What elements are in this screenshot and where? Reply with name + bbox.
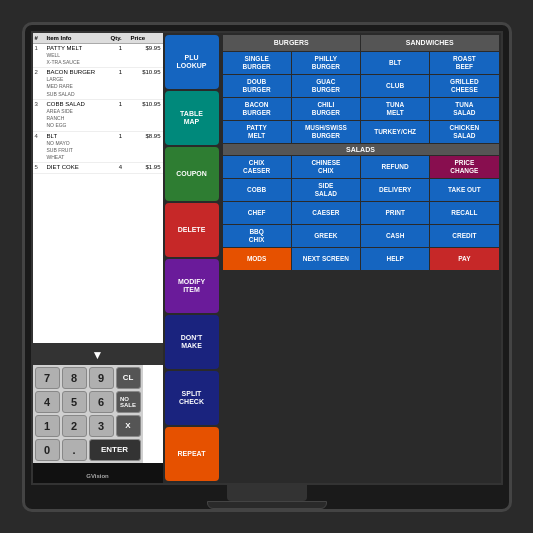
mush-swiss-burger-button[interactable]: MUSH/SWISSBURGER (292, 121, 360, 143)
action-column: PLULOOKUP TABLEMAP COUPON DELETE MODIFYI… (163, 33, 221, 483)
col-num: # (35, 35, 47, 41)
club-button[interactable]: CLUB (361, 75, 429, 97)
pay-button[interactable]: PAY (430, 248, 498, 270)
chicken-salad-button[interactable]: CHICKENSALAD (430, 121, 498, 143)
recall-button[interactable]: RECALL (430, 202, 498, 224)
roast-beef-button[interactable]: ROASTBEEF (430, 52, 498, 74)
order-header: # Item Info Qty. Price (33, 33, 163, 44)
num-6-button[interactable]: 6 (89, 391, 114, 413)
monitor-stand (227, 485, 307, 501)
screen: # Item Info Qty. Price 1 PATTY MELTWELLX… (31, 31, 503, 485)
num-4-button[interactable]: 4 (35, 391, 60, 413)
num-2-button[interactable]: 2 (62, 415, 87, 437)
patty-melt-button[interactable]: PATTYMELT (223, 121, 291, 143)
dont-make-button[interactable]: DON'TMAKE (165, 315, 219, 369)
monitor: # Item Info Qty. Price 1 PATTY MELTWELLX… (22, 22, 512, 512)
print-button[interactable]: PRINT (361, 202, 429, 224)
multiply-button[interactable]: X (116, 415, 141, 437)
numpad: 7 8 9 CL 4 5 6 NOSALE 1 2 3 X 0 . (33, 365, 143, 463)
col-price: Price (131, 35, 161, 41)
cobb-button[interactable]: COBB (223, 179, 291, 201)
num-3-button[interactable]: 3 (89, 415, 114, 437)
tuna-salad-button[interactable]: TUNASALAD (430, 98, 498, 120)
blt-button[interactable]: BLT (361, 52, 429, 74)
refund-button[interactable]: REFUND (361, 156, 429, 178)
menu-section-headers: BURGERS SANDWICHES (223, 35, 499, 51)
delete-button[interactable]: DELETE (165, 203, 219, 257)
burgers-header: BURGERS (223, 35, 361, 51)
bbq-chix-button[interactable]: BBQCHIX (223, 225, 291, 247)
plu-lookup-button[interactable]: PLULOOKUP (165, 35, 219, 89)
doub-burger-button[interactable]: DOUBBURGER (223, 75, 291, 97)
table-map-button[interactable]: TABLEMAP (165, 91, 219, 145)
brand-label: GVision (33, 463, 163, 483)
bottom-bar: MODS NEXT SCREEN HELP PAY (223, 248, 499, 270)
order-items: 1 PATTY MELTWELLX-TRA SAUCE 1 $9.95 2 BA… (33, 44, 163, 343)
clear-button[interactable]: CL (116, 367, 141, 389)
modify-item-button[interactable]: MODIFYITEM (165, 259, 219, 313)
credit-button[interactable]: CREDIT (430, 225, 498, 247)
turkey-chz-button[interactable]: TURKEY/CHZ (361, 121, 429, 143)
split-check-button[interactable]: SPLITCHECK (165, 371, 219, 425)
list-item: 2 BACON BURGERLARGEMED RARESUB SALAD 1 $… (33, 68, 163, 100)
cash-button[interactable]: CASH (361, 225, 429, 247)
single-burger-button[interactable]: SINGLEBURGER (223, 52, 291, 74)
salads-grid: CHIXCAESER CHINESECHIX REFUND PRICECHANG… (223, 156, 499, 247)
next-screen-button[interactable]: NEXT SCREEN (292, 248, 360, 270)
coupon-button[interactable]: COUPON (165, 147, 219, 201)
delivery-button[interactable]: DELIVERY (361, 179, 429, 201)
sandwiches-header: SANDWICHES (361, 35, 499, 51)
chinese-chix-button[interactable]: CHINESECHIX (292, 156, 360, 178)
num-1-button[interactable]: 1 (35, 415, 60, 437)
help-button[interactable]: HELP (361, 248, 429, 270)
decimal-button[interactable]: . (62, 439, 87, 461)
price-change-button[interactable]: PRICECHANGE (430, 156, 498, 178)
greek-button[interactable]: GREEK (292, 225, 360, 247)
col-item: Item Info (47, 35, 111, 41)
menu-panel: BURGERS SANDWICHES SINGLEBURGER PHILLYBU… (221, 33, 501, 483)
tuna-melt-button[interactable]: TUNAMELT (361, 98, 429, 120)
scroll-down[interactable]: ▼ (33, 343, 163, 365)
philly-burger-button[interactable]: PHILLYBURGER (292, 52, 360, 74)
caeser-button[interactable]: CAESER (292, 202, 360, 224)
num-9-button[interactable]: 9 (89, 367, 114, 389)
salads-header: SALADS (223, 144, 499, 155)
num-5-button[interactable]: 5 (62, 391, 87, 413)
col-qty: Qty. (111, 35, 131, 41)
guac-burger-button[interactable]: GUACBURGER (292, 75, 360, 97)
num-8-button[interactable]: 8 (62, 367, 87, 389)
chef-button[interactable]: CHEF (223, 202, 291, 224)
num-0-button[interactable]: 0 (35, 439, 60, 461)
list-item: 3 COBB SALADAREA SIDERANCHNO EGG 1 $10.9… (33, 100, 163, 132)
side-salad-button[interactable]: SIDESALAD (292, 179, 360, 201)
chili-burger-button[interactable]: CHILIBURGER (292, 98, 360, 120)
mods-button[interactable]: MODS (223, 248, 291, 270)
enter-button[interactable]: ENTER (89, 439, 141, 461)
list-item: 5 DIET COKE 4 $1.95 (33, 163, 163, 173)
take-out-button[interactable]: TAKE OUT (430, 179, 498, 201)
list-item: 1 PATTY MELTWELLX-TRA SAUCE 1 $9.95 (33, 44, 163, 69)
list-item: 4 BLTNO MAYOSUB FRUITWHEAT 1 $8.95 (33, 132, 163, 164)
num-7-button[interactable]: 7 (35, 367, 60, 389)
burgers-sandwiches-grid: SINGLEBURGER PHILLYBURGER BLT ROASTBEEF … (223, 52, 499, 143)
monitor-base (207, 501, 327, 509)
order-panel: # Item Info Qty. Price 1 PATTY MELTWELLX… (33, 33, 163, 483)
bacon-burger-button[interactable]: BACONBURGER (223, 98, 291, 120)
chix-caeser-button[interactable]: CHIXCAESER (223, 156, 291, 178)
repeat-button[interactable]: REPEAT (165, 427, 219, 481)
no-sale-button[interactable]: NOSALE (116, 391, 141, 413)
grilled-cheese-button[interactable]: GRILLEDCHEESE (430, 75, 498, 97)
